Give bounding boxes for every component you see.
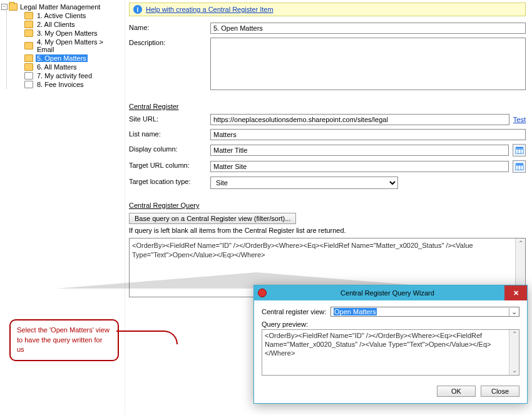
folder-icon <box>24 29 33 37</box>
tree-item[interactable]: 3. My Open Matters <box>7 29 123 38</box>
query-preview[interactable]: <OrderBy><FieldRef Name="ID" /></OrderBy… <box>262 329 519 376</box>
display-column-label: Display column: <box>129 144 210 153</box>
svg-rect-6 <box>518 165 518 170</box>
list-name-input[interactable] <box>210 129 526 140</box>
query-wizard-dialog: Central Register Query Wizard ✕ Central … <box>253 285 528 404</box>
column-picker-button[interactable] <box>513 144 526 156</box>
folder-icon <box>24 42 33 49</box>
column-picker-icon <box>515 146 524 155</box>
svg-rect-5 <box>515 165 523 170</box>
section-central-register: Central Register <box>129 103 526 110</box>
invoice-icon <box>24 81 33 88</box>
chevron-down-icon: ⌄ <box>509 308 519 316</box>
site-url-label: Site URL: <box>129 114 210 123</box>
folder-icon <box>24 54 33 62</box>
info-icon: i <box>133 5 142 14</box>
target-url-column-input[interactable] <box>210 161 509 172</box>
section-query: Central Register Query <box>129 202 526 209</box>
svg-rect-7 <box>520 165 521 170</box>
svg-rect-3 <box>520 149 521 153</box>
tree-item[interactable]: 6. All Matters <box>7 63 123 71</box>
description-input[interactable] <box>210 38 526 90</box>
column-picker-icon <box>515 162 524 171</box>
svg-rect-4 <box>515 163 523 165</box>
target-url-column-label: Target URL column: <box>129 160 210 169</box>
collapse-icon[interactable]: − <box>1 4 8 10</box>
ok-button[interactable]: OK <box>437 386 476 397</box>
tree-item[interactable]: 2. All Clients <box>7 20 123 29</box>
tree-item[interactable]: 7. My activity feed <box>7 71 123 80</box>
scrollbar[interactable] <box>509 330 519 375</box>
folder-icon <box>24 12 33 19</box>
tree-root[interactable]: − Legal Matter Management <box>1 3 123 11</box>
query-hint: If query is left blank all items from th… <box>129 227 526 234</box>
name-input[interactable] <box>210 23 526 34</box>
svg-rect-2 <box>518 149 518 153</box>
tree-item[interactable]: 1. Active Clients <box>7 11 123 20</box>
folder-icon <box>24 21 33 28</box>
close-button[interactable]: Close <box>481 386 519 397</box>
view-label: Central register view: <box>262 307 330 315</box>
help-banner: i Help with creating a Central Register … <box>129 3 526 16</box>
name-label: Name: <box>129 23 210 31</box>
folder-icon <box>9 3 18 11</box>
description-label: Description: <box>129 38 210 46</box>
svg-rect-1 <box>515 149 523 153</box>
svg-rect-0 <box>515 147 523 149</box>
tree-item[interactable]: 8. Fee Invoices <box>7 80 123 89</box>
annotation-callout: Select the 'Open Matters' view to have t… <box>9 319 119 361</box>
view-select[interactable]: Open Matters ⌄ <box>330 307 519 317</box>
target-location-type-select[interactable]: Site <box>210 177 398 189</box>
base-query-button[interactable]: Base query on a Central Register view (f… <box>129 213 296 224</box>
display-column-input[interactable] <box>210 145 509 156</box>
preview-label: Query preview: <box>262 320 519 328</box>
site-url-input[interactable] <box>210 114 509 125</box>
tree-item-selected[interactable]: 5. Open Matters <box>7 54 123 63</box>
help-link[interactable]: Help with creating a Central Register It… <box>146 6 274 13</box>
app-icon <box>258 289 267 297</box>
target-location-type-label: Target location type: <box>129 177 210 185</box>
dialog-title: Central Register Query Wizard <box>270 289 504 297</box>
close-icon[interactable]: ✕ <box>504 285 527 300</box>
test-link[interactable]: Test <box>513 116 526 123</box>
list-name-label: List name: <box>129 129 210 138</box>
folder-icon <box>24 63 33 71</box>
activity-icon <box>24 72 33 79</box>
tree-root-label: Legal Matter Management <box>20 3 100 11</box>
dialog-titlebar[interactable]: Central Register Query Wizard ✕ <box>254 285 527 300</box>
tree-item[interactable]: 4. My Open Matters > Email <box>7 38 123 54</box>
column-picker-button[interactable] <box>513 160 526 173</box>
